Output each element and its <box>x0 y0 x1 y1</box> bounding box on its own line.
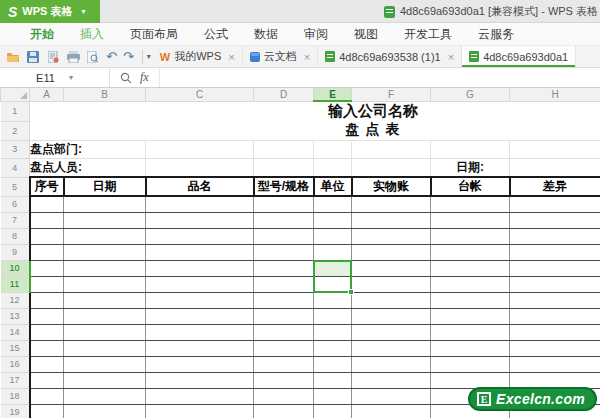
cell-F9[interactable] <box>352 244 431 260</box>
column-header-C[interactable]: C <box>146 88 254 101</box>
cell-H7[interactable] <box>510 212 600 228</box>
print-preview-icon[interactable] <box>86 50 100 64</box>
cell-H6[interactable] <box>510 196 600 212</box>
cell-H12[interactable] <box>510 292 600 308</box>
doc-tab-current-workbook[interactable]: 4d8c69a693d0a1 <box>462 46 576 67</box>
cell-E3[interactable] <box>314 140 352 158</box>
redo-icon[interactable]: ↷ <box>123 50 134 63</box>
cell-C17[interactable] <box>146 372 254 388</box>
cell-F18[interactable] <box>352 388 431 404</box>
cell-E15[interactable] <box>314 340 352 356</box>
wps-app-button[interactable]: S WPS 表格 ▾ <box>0 0 100 23</box>
company-title-cell[interactable]: 输入公司名称 <box>146 101 600 121</box>
cell-C6[interactable] <box>146 196 254 212</box>
column-header-B[interactable]: B <box>64 88 146 101</box>
cell-F8[interactable] <box>352 228 431 244</box>
cell-G15[interactable] <box>431 340 510 356</box>
cell-H11[interactable] <box>510 276 600 292</box>
row-header-19[interactable]: 19 <box>1 404 30 418</box>
cell-C7[interactable] <box>146 212 254 228</box>
cell-C10[interactable] <box>146 260 254 276</box>
cell-E16[interactable] <box>314 356 352 372</box>
undo-icon[interactable]: ↶ <box>106 50 117 63</box>
dept-label-cell[interactable]: 盘点部门: <box>30 140 146 158</box>
cell-C8[interactable] <box>146 228 254 244</box>
cell-H16[interactable] <box>510 356 600 372</box>
cell-A8[interactable] <box>30 228 64 244</box>
cell-H9[interactable] <box>510 244 600 260</box>
row-header-15[interactable]: 15 <box>1 340 30 356</box>
row-header-5[interactable]: 5 <box>1 177 30 196</box>
tab-view[interactable]: 视图 <box>354 26 378 43</box>
cell-G6[interactable] <box>431 196 510 212</box>
cell-E17[interactable] <box>314 372 352 388</box>
cell-D17[interactable] <box>254 372 314 388</box>
cell-B15[interactable] <box>64 340 146 356</box>
cell-B14[interactable] <box>64 324 146 340</box>
chevron-down-icon[interactable]: ▾ <box>69 73 73 82</box>
row-header-11[interactable]: 11 <box>1 276 30 292</box>
cell-E4[interactable] <box>314 158 352 177</box>
cell-E12[interactable] <box>314 292 352 308</box>
header-cell-seq[interactable]: 序号 <box>30 177 64 196</box>
toolbar-dropdown-icon[interactable]: ▾ <box>147 52 151 61</box>
cell-B16[interactable] <box>64 356 146 372</box>
tab-home[interactable]: 开始 <box>30 26 54 43</box>
header-cell-name[interactable]: 品名 <box>146 177 254 196</box>
export-icon[interactable] <box>46 50 60 64</box>
tab-data[interactable]: 数据 <box>254 26 278 43</box>
tab-cloud[interactable]: 云服务 <box>478 26 514 43</box>
cell-E11[interactable] <box>314 276 352 292</box>
cell-G9[interactable] <box>431 244 510 260</box>
cell-F15[interactable] <box>352 340 431 356</box>
cell-C12[interactable] <box>146 292 254 308</box>
row-header-10[interactable]: 10 <box>1 260 30 276</box>
cell-G3[interactable] <box>431 140 510 158</box>
cell-B13[interactable] <box>64 308 146 324</box>
row-header-1[interactable]: 1 <box>1 101 30 121</box>
cell-G17[interactable] <box>431 372 510 388</box>
cell-F12[interactable] <box>352 292 431 308</box>
row-header-4[interactable]: 4 <box>1 158 30 177</box>
cell-D10[interactable] <box>254 260 314 276</box>
cell-B19[interactable] <box>64 404 146 418</box>
cell-E18[interactable] <box>314 388 352 404</box>
tab-developer[interactable]: 开发工具 <box>404 26 452 43</box>
cell-A7[interactable] <box>30 212 64 228</box>
cell-E6[interactable] <box>314 196 352 212</box>
close-icon[interactable]: × <box>228 51 234 63</box>
print-icon[interactable] <box>66 50 80 64</box>
cell-A15[interactable] <box>30 340 64 356</box>
cell-B9[interactable] <box>64 244 146 260</box>
cell-H8[interactable] <box>510 228 600 244</box>
cell-E8[interactable] <box>314 228 352 244</box>
cell-A1[interactable] <box>30 101 146 121</box>
tab-review[interactable]: 审阅 <box>304 26 328 43</box>
cell-D4[interactable] <box>254 158 314 177</box>
cell-H14[interactable] <box>510 324 600 340</box>
cell-D8[interactable] <box>254 228 314 244</box>
cell-G16[interactable] <box>431 356 510 372</box>
column-header-F[interactable]: F <box>352 88 431 101</box>
date-label-cell[interactable]: 日期: <box>431 158 510 177</box>
open-folder-icon[interactable] <box>6 50 20 64</box>
row-header-9[interactable]: 9 <box>1 244 30 260</box>
header-cell-model[interactable]: 型号/规格 <box>254 177 314 196</box>
cell-A12[interactable] <box>30 292 64 308</box>
cell-D19[interactable] <box>254 404 314 418</box>
cell-G14[interactable] <box>431 324 510 340</box>
cell-B18[interactable] <box>64 388 146 404</box>
cell-G8[interactable] <box>431 228 510 244</box>
cell-E19[interactable] <box>314 404 352 418</box>
cell-A2[interactable] <box>30 121 146 140</box>
cell-D18[interactable] <box>254 388 314 404</box>
cell-C19[interactable] <box>146 404 254 418</box>
cell-H13[interactable] <box>510 308 600 324</box>
row-header-16[interactable]: 16 <box>1 356 30 372</box>
cell-F16[interactable] <box>352 356 431 372</box>
column-header-G[interactable]: G <box>431 88 510 101</box>
cell-A11[interactable] <box>30 276 64 292</box>
row-header-3[interactable]: 3 <box>1 140 30 158</box>
row-header-14[interactable]: 14 <box>1 324 30 340</box>
column-header-E[interactable]: E <box>314 88 352 101</box>
